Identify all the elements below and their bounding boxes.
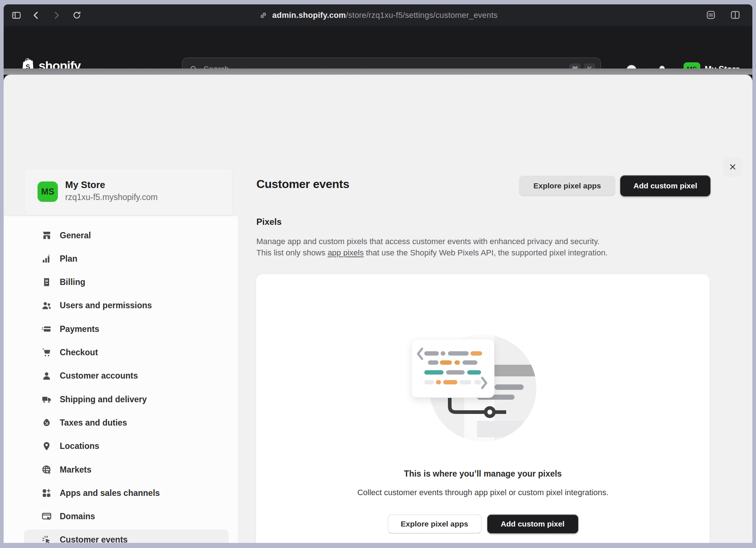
users-icon	[41, 300, 52, 311]
sidebar-item-general[interactable]: General	[24, 225, 229, 246]
split-view-icon[interactable]	[729, 9, 741, 21]
sidebar-item-label: General	[60, 231, 91, 240]
sidebar-item-label: Checkout	[60, 348, 98, 357]
sidebar-item-label: Domains	[60, 512, 95, 521]
sidebar-item-markets[interactable]: $Markets	[24, 459, 229, 480]
sidebar-item-shipping-and-delivery[interactable]: Shipping and delivery	[24, 389, 229, 410]
sidebar-item-users-and-permissions[interactable]: Users and permissions	[24, 295, 229, 316]
sidebar-item-plan[interactable]: Plan	[24, 248, 229, 269]
sidebar-item-apps-and-sales-channels[interactable]: Apps and sales channels	[24, 483, 229, 504]
sidebar-item-label: Plan	[60, 254, 78, 264]
store-domain: rzq1xu-f5.myshopify.com	[65, 192, 158, 202]
billing-icon	[41, 277, 52, 288]
admin-header: S shopify ⌘ K	[4, 26, 752, 68]
pixels-description: Manage app and custom pixels that access…	[256, 236, 722, 258]
sidebar-item-taxes-and-duties[interactable]: Taxes and duties	[24, 412, 229, 433]
sidebar-item-label: Customer events	[60, 535, 128, 543]
sidebar-item-customer-events[interactable]: Customer events	[24, 529, 229, 543]
sidebar-item-label: Markets	[60, 465, 91, 475]
sidebar-divider	[4, 216, 238, 216]
sidebar-item-locations[interactable]: Locations	[24, 436, 229, 457]
sidebar-item-billing[interactable]: Billing	[24, 272, 229, 293]
chevron-left-icon	[416, 348, 424, 360]
payments-icon	[41, 324, 52, 334]
checkout-icon	[41, 347, 52, 358]
add-custom-pixel-button[interactable]: Add custom pixel	[620, 175, 710, 196]
extensions-icon[interactable]	[705, 9, 717, 21]
sidebar-item-label: Apps and sales channels	[60, 488, 160, 498]
sidebar-item-customer-accounts[interactable]: Customer accounts	[24, 365, 229, 386]
store-name: My Store	[65, 179, 105, 191]
sidebar-item-payments[interactable]: Payments	[24, 319, 229, 340]
markets-icon: $	[41, 464, 52, 475]
sidebar-item-label: Payments	[60, 324, 99, 334]
customer-accounts-icon	[41, 371, 52, 381]
explore-pixel-apps-button[interactable]: Explore pixel apps	[519, 176, 615, 196]
sidebar-item-label: Shipping and delivery	[60, 395, 147, 404]
app-pixels-link[interactable]: app pixels	[328, 248, 364, 257]
sidebar-item-label: Customer accounts	[60, 371, 138, 381]
connector-line	[412, 397, 506, 426]
settings-modal: MS My Store rzq1xu-f5.myshopify.com Gene…	[4, 75, 752, 543]
sidebar-item-domains[interactable]: Domains	[24, 506, 229, 527]
store-icon	[41, 230, 52, 241]
pixels-section-heading: Pixels	[256, 217, 281, 227]
store-avatar: MS	[38, 181, 58, 202]
sidebar-item-label: Users and permissions	[60, 301, 152, 310]
customer-events-icon	[41, 535, 52, 543]
domains-icon	[41, 511, 52, 522]
empty-state-subtext: Collect customer events through app pixe…	[256, 488, 710, 497]
empty-explore-pixel-apps-button[interactable]: Explore pixel apps	[388, 514, 481, 533]
modal-backdrop	[4, 68, 752, 75]
page-title: Customer events	[256, 177, 349, 191]
shipping-icon	[41, 394, 52, 405]
browser-window: admin.shopify.com/store/rzq1xu-f5/settin…	[4, 4, 752, 543]
sidebar-item-label: Taxes and duties	[60, 418, 127, 428]
url-text: admin.shopify.com/store/rzq1xu-f5/settin…	[272, 11, 498, 20]
empty-state-heading: This is where you’ll manage your pixels	[256, 469, 710, 479]
empty-add-custom-pixel-button[interactable]: Add custom pixel	[487, 514, 578, 533]
taxes-icon	[41, 417, 52, 428]
sidebar-item-checkout[interactable]: Checkout	[24, 342, 229, 363]
url-bar[interactable]: admin.shopify.com/store/rzq1xu-f5/settin…	[4, 4, 752, 26]
sidebar-item-label: Billing	[60, 277, 85, 287]
apps-icon	[41, 488, 52, 498]
locations-icon	[41, 441, 52, 452]
store-card: MS My Store rzq1xu-f5.myshopify.com	[24, 168, 233, 215]
chevron-right-icon	[481, 377, 488, 389]
svg-text:$: $	[48, 470, 51, 475]
plan-icon	[41, 253, 52, 264]
sidebar-item-label: Locations	[60, 441, 99, 451]
browser-url-row: admin.shopify.com/store/rzq1xu-f5/settin…	[4, 4, 752, 27]
close-icon[interactable]	[723, 157, 743, 177]
link-icon	[259, 11, 268, 20]
code-card-illustration	[412, 339, 494, 398]
